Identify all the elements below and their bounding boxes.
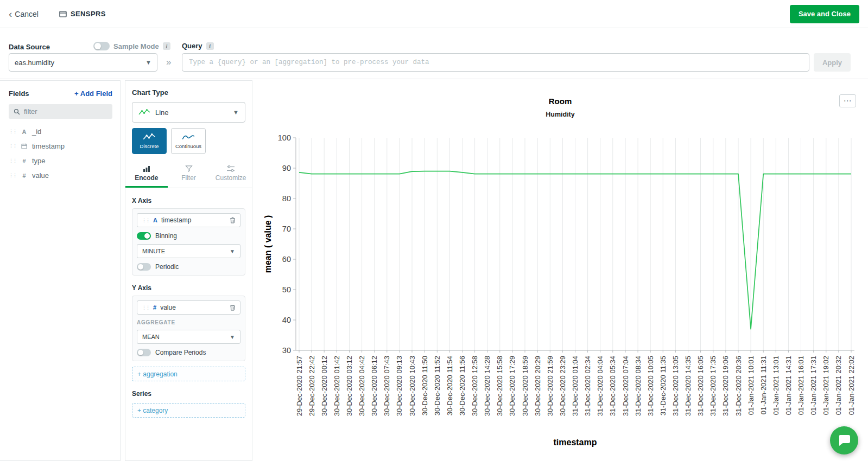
svg-text:50: 50 bbox=[282, 285, 291, 294]
double-chevron-right-icon: » bbox=[166, 57, 171, 68]
svg-text:30-Dec-2020 09:13: 30-Dec-2020 09:13 bbox=[395, 356, 403, 416]
svg-text:30-Dec-2020 14:28: 30-Dec-2020 14:28 bbox=[483, 356, 491, 416]
svg-text:90: 90 bbox=[282, 164, 291, 172]
svg-text:31-Dec-2020 11:35: 31-Dec-2020 11:35 bbox=[659, 356, 667, 415]
svg-text:30-Dec-2020 06:12: 30-Dec-2020 06:12 bbox=[370, 356, 378, 416]
binning-row: Binning bbox=[137, 232, 240, 240]
tab-encode[interactable]: Encode bbox=[125, 163, 168, 188]
apply-button[interactable]: Apply bbox=[814, 53, 851, 72]
add-field-button[interactable]: + Add Field bbox=[74, 89, 112, 98]
aggregate-value: MEAN bbox=[142, 334, 160, 340]
svg-text:29-Dec-2020 21:57: 29-Dec-2020 21:57 bbox=[295, 356, 303, 416]
customize-icon bbox=[227, 165, 235, 172]
y-field-name: value bbox=[160, 304, 176, 311]
tab-encode-label: Encode bbox=[135, 174, 158, 182]
data-source-select[interactable]: eas.humidity ▼ bbox=[9, 53, 157, 72]
chat-bubble-button[interactable] bbox=[830, 426, 858, 454]
periodic-toggle[interactable] bbox=[137, 263, 151, 271]
tab-customize-label: Customize bbox=[216, 174, 246, 182]
svg-text:30-Dec-2020 11:50: 30-Dec-2020 11:50 bbox=[421, 356, 429, 415]
discrete-line-icon bbox=[143, 133, 156, 141]
date-type-icon bbox=[21, 143, 28, 149]
chart-type-select[interactable]: Line ▼ bbox=[132, 102, 245, 123]
svg-text:70: 70 bbox=[282, 225, 291, 233]
chart-menu-button[interactable]: ⋯ bbox=[839, 94, 856, 107]
y-field-chip[interactable]: ⋮⋮ # value bbox=[137, 300, 240, 315]
tab-customize[interactable]: Customize bbox=[210, 163, 252, 188]
svg-text:31-Dec-2020 20:36: 31-Dec-2020 20:36 bbox=[734, 356, 743, 416]
field-item-_id[interactable]: ⋮⋮A_id bbox=[0, 124, 120, 139]
add-category-button[interactable]: + category bbox=[132, 403, 245, 418]
line-chart-icon bbox=[138, 108, 150, 116]
aggregate-label: AGGREGATE bbox=[137, 319, 240, 325]
drag-handle-icon: ⋮⋮ bbox=[9, 129, 16, 134]
add-aggregation-button[interactable]: + aggregation bbox=[132, 367, 245, 381]
tab-filter[interactable]: Filter bbox=[168, 163, 210, 188]
sample-mode-group: Sample Mode i bbox=[93, 42, 170, 50]
svg-text:mean ( value ): mean ( value ) bbox=[263, 215, 273, 273]
svg-text:80: 80 bbox=[282, 194, 291, 203]
x-field-name: timestamp bbox=[161, 216, 191, 224]
save-and-close-button[interactable]: Save and Close bbox=[790, 5, 859, 23]
encode-icon bbox=[143, 165, 150, 172]
svg-text:31-Dec-2020 05:34: 31-Dec-2020 05:34 bbox=[609, 356, 617, 416]
svg-text:01-Jan-2021 17:31: 01-Jan-2021 17:31 bbox=[809, 356, 818, 415]
svg-text:31-Dec-2020 10:05: 31-Dec-2020 10:05 bbox=[647, 356, 655, 416]
field-item-type[interactable]: ⋮⋮#type bbox=[0, 153, 120, 168]
svg-text:30-Dec-2020 01:42: 30-Dec-2020 01:42 bbox=[333, 356, 341, 416]
info-icon[interactable]: i bbox=[163, 42, 170, 50]
binning-label: Binning bbox=[155, 232, 177, 240]
data-source-bar: Data Source Sample Mode i Query i eas.hu… bbox=[0, 29, 868, 79]
continuous-tile[interactable]: Continuous bbox=[171, 128, 206, 154]
search-icon bbox=[14, 108, 20, 115]
x-field-chip[interactable]: ⋮⋮ A timestamp bbox=[137, 213, 240, 227]
field-filter-input[interactable] bbox=[24, 107, 107, 116]
binning-unit-select[interactable]: MINUTE ▼ bbox=[137, 244, 240, 258]
chevron-down-icon: ▼ bbox=[230, 334, 235, 340]
svg-text:31-Dec-2020 04:04: 31-Dec-2020 04:04 bbox=[596, 356, 604, 416]
number-type-icon: # bbox=[21, 172, 28, 179]
svg-text:31-Dec-2020 19:06: 31-Dec-2020 19:06 bbox=[721, 356, 730, 416]
aggregate-select[interactable]: MEAN ▼ bbox=[137, 330, 240, 344]
svg-text:01-Jan-2021 11:31: 01-Jan-2021 11:31 bbox=[759, 356, 768, 414]
field-item-timestamp[interactable]: ⋮⋮timestamp bbox=[0, 139, 120, 153]
drag-handle-icon: ⋮⋮ bbox=[142, 305, 149, 310]
svg-text:30-Dec-2020 21:59: 30-Dec-2020 21:59 bbox=[546, 356, 554, 416]
svg-text:timestamp: timestamp bbox=[553, 438, 597, 447]
svg-text:100: 100 bbox=[278, 133, 291, 142]
query-input[interactable] bbox=[182, 53, 809, 72]
svg-text:31-Dec-2020 17:35: 31-Dec-2020 17:35 bbox=[709, 356, 717, 416]
trash-icon[interactable] bbox=[230, 217, 236, 223]
trash-icon[interactable] bbox=[230, 304, 236, 311]
field-name: timestamp bbox=[32, 142, 65, 150]
line-chart: 3040506070809010029-Dec-2020 21:5729-Dec… bbox=[262, 130, 862, 458]
compare-periods-toggle[interactable] bbox=[137, 349, 151, 356]
number-type-icon: # bbox=[21, 158, 28, 164]
binning-toggle[interactable] bbox=[137, 232, 151, 240]
field-item-value[interactable]: ⋮⋮#value bbox=[0, 168, 120, 183]
top-bar: ‹ Cancel SENSPRS Save and Close bbox=[0, 0, 868, 28]
drag-handle-icon: ⋮⋮ bbox=[9, 144, 16, 149]
dashboard-icon bbox=[59, 11, 67, 17]
field-name: _id bbox=[32, 127, 41, 136]
field-name: type bbox=[32, 157, 46, 165]
fields-panel-header: Fields + Add Field bbox=[0, 81, 120, 98]
sample-mode-toggle[interactable] bbox=[93, 42, 110, 50]
svg-text:30-Dec-2020 00:12: 30-Dec-2020 00:12 bbox=[320, 356, 328, 416]
cancel-button[interactable]: ‹ Cancel bbox=[9, 9, 39, 19]
svg-text:01-Jan-2021 16:01: 01-Jan-2021 16:01 bbox=[797, 356, 805, 415]
info-icon[interactable]: i bbox=[206, 42, 214, 50]
compare-periods-label: Compare Periods bbox=[155, 349, 206, 356]
svg-text:30-Dec-2020 23:29: 30-Dec-2020 23:29 bbox=[559, 356, 567, 416]
dashboard-name: SENSPRS bbox=[71, 10, 106, 18]
svg-text:01-Jan-2021 13:01: 01-Jan-2021 13:01 bbox=[772, 356, 780, 415]
svg-text:01-Jan-2021 19:02: 01-Jan-2021 19:02 bbox=[822, 356, 830, 415]
drag-handle-icon: ⋮⋮ bbox=[9, 173, 16, 178]
series-label: Series bbox=[132, 390, 245, 398]
tab-filter-label: Filter bbox=[181, 174, 196, 182]
svg-text:01-Jan-2021 20:32: 01-Jan-2021 20:32 bbox=[834, 356, 842, 415]
y-axis-label: Y Axis bbox=[132, 284, 245, 292]
dashboard-breadcrumb[interactable]: SENSPRS bbox=[59, 10, 106, 18]
discrete-tile[interactable]: Discrete bbox=[132, 128, 167, 154]
svg-text:30-Dec-2020 07:43: 30-Dec-2020 07:43 bbox=[383, 356, 391, 416]
